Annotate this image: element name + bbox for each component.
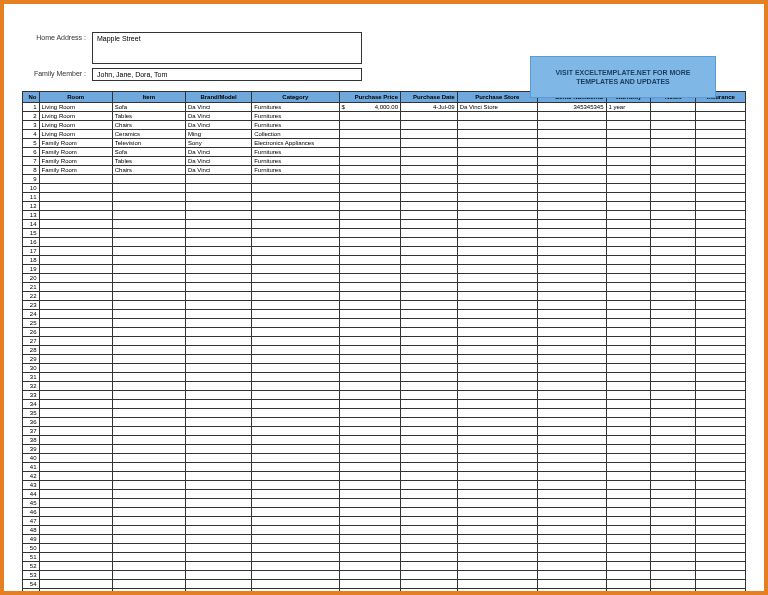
- cell-store[interactable]: [457, 139, 537, 148]
- cell-date[interactable]: [400, 490, 457, 499]
- cell-price[interactable]: [339, 499, 400, 508]
- cell-insurance[interactable]: [696, 346, 746, 355]
- cell-no[interactable]: 11: [23, 193, 40, 202]
- cell-room[interactable]: [39, 337, 112, 346]
- cell-serial[interactable]: [538, 265, 607, 274]
- cell-item[interactable]: [112, 436, 185, 445]
- cell-notes[interactable]: [651, 148, 696, 157]
- cell-room[interactable]: [39, 553, 112, 562]
- cell-notes[interactable]: [651, 445, 696, 454]
- cell-warranty[interactable]: [606, 562, 651, 571]
- cell-serial[interactable]: [538, 148, 607, 157]
- cell-brand[interactable]: [186, 508, 252, 517]
- cell-date[interactable]: [400, 589, 457, 596]
- cell-category[interactable]: [252, 445, 339, 454]
- cell-notes[interactable]: [651, 256, 696, 265]
- cell-warranty[interactable]: [606, 166, 651, 175]
- cell-brand[interactable]: [186, 517, 252, 526]
- cell-item[interactable]: [112, 283, 185, 292]
- cell-brand[interactable]: [186, 229, 252, 238]
- cell-room[interactable]: [39, 481, 112, 490]
- cell-notes[interactable]: [651, 103, 696, 112]
- cell-room[interactable]: [39, 526, 112, 535]
- cell-notes[interactable]: [651, 202, 696, 211]
- cell-date[interactable]: [400, 382, 457, 391]
- cell-price[interactable]: [339, 436, 400, 445]
- cell-no[interactable]: 45: [23, 499, 40, 508]
- cell-serial[interactable]: [538, 184, 607, 193]
- cell-warranty[interactable]: [606, 346, 651, 355]
- cell-price[interactable]: [339, 238, 400, 247]
- cell-brand[interactable]: [186, 553, 252, 562]
- cell-price[interactable]: [339, 409, 400, 418]
- cell-room[interactable]: [39, 319, 112, 328]
- cell-notes[interactable]: [651, 517, 696, 526]
- cell-warranty[interactable]: [606, 391, 651, 400]
- cell-store[interactable]: [457, 544, 537, 553]
- cell-room[interactable]: Family Room: [39, 148, 112, 157]
- cell-brand[interactable]: [186, 310, 252, 319]
- cell-date[interactable]: [400, 571, 457, 580]
- cell-price[interactable]: [339, 112, 400, 121]
- cell-item[interactable]: [112, 517, 185, 526]
- cell-category[interactable]: [252, 391, 339, 400]
- cell-date[interactable]: [400, 364, 457, 373]
- cell-insurance[interactable]: [696, 436, 746, 445]
- cell-room[interactable]: [39, 202, 112, 211]
- cell-store[interactable]: [457, 121, 537, 130]
- col-header-no[interactable]: No: [23, 92, 40, 103]
- cell-serial[interactable]: [538, 499, 607, 508]
- cell-category[interactable]: [252, 463, 339, 472]
- cell-date[interactable]: [400, 157, 457, 166]
- cell-category[interactable]: [252, 346, 339, 355]
- cell-serial[interactable]: 345345345: [538, 103, 607, 112]
- cell-price[interactable]: [339, 571, 400, 580]
- cell-item[interactable]: [112, 292, 185, 301]
- cell-insurance[interactable]: [696, 265, 746, 274]
- cell-brand[interactable]: [186, 220, 252, 229]
- cell-room[interactable]: Living Room: [39, 103, 112, 112]
- cell-date[interactable]: [400, 535, 457, 544]
- cell-category[interactable]: [252, 499, 339, 508]
- cell-category[interactable]: [252, 436, 339, 445]
- cell-date[interactable]: [400, 517, 457, 526]
- cell-price[interactable]: [339, 193, 400, 202]
- cell-price[interactable]: [339, 265, 400, 274]
- cell-insurance[interactable]: [696, 427, 746, 436]
- cell-date[interactable]: [400, 256, 457, 265]
- cell-category[interactable]: [252, 553, 339, 562]
- cell-no[interactable]: 43: [23, 481, 40, 490]
- cell-item[interactable]: Tables: [112, 112, 185, 121]
- cell-category[interactable]: [252, 535, 339, 544]
- cell-warranty[interactable]: [606, 436, 651, 445]
- cell-insurance[interactable]: [696, 391, 746, 400]
- cell-item[interactable]: [112, 553, 185, 562]
- cell-serial[interactable]: [538, 112, 607, 121]
- cell-insurance[interactable]: [696, 499, 746, 508]
- cell-item[interactable]: Ceramics: [112, 130, 185, 139]
- cell-category[interactable]: [252, 274, 339, 283]
- cell-serial[interactable]: [538, 418, 607, 427]
- cell-item[interactable]: [112, 247, 185, 256]
- cell-room[interactable]: [39, 400, 112, 409]
- cell-brand[interactable]: [186, 580, 252, 589]
- cell-insurance[interactable]: [696, 166, 746, 175]
- cell-category[interactable]: Furnitures: [252, 112, 339, 121]
- cell-item[interactable]: [112, 175, 185, 184]
- cell-room[interactable]: [39, 301, 112, 310]
- cell-brand[interactable]: [186, 382, 252, 391]
- cell-warranty[interactable]: 1 year: [606, 103, 651, 112]
- cell-serial[interactable]: [538, 544, 607, 553]
- cell-item[interactable]: [112, 562, 185, 571]
- cell-price[interactable]: [339, 535, 400, 544]
- cell-warranty[interactable]: [606, 382, 651, 391]
- cell-category[interactable]: Furnitures: [252, 148, 339, 157]
- cell-item[interactable]: [112, 319, 185, 328]
- cell-brand[interactable]: [186, 499, 252, 508]
- cell-store[interactable]: [457, 571, 537, 580]
- cell-notes[interactable]: [651, 274, 696, 283]
- cell-warranty[interactable]: [606, 544, 651, 553]
- cell-date[interactable]: [400, 445, 457, 454]
- cell-warranty[interactable]: [606, 319, 651, 328]
- cell-warranty[interactable]: [606, 517, 651, 526]
